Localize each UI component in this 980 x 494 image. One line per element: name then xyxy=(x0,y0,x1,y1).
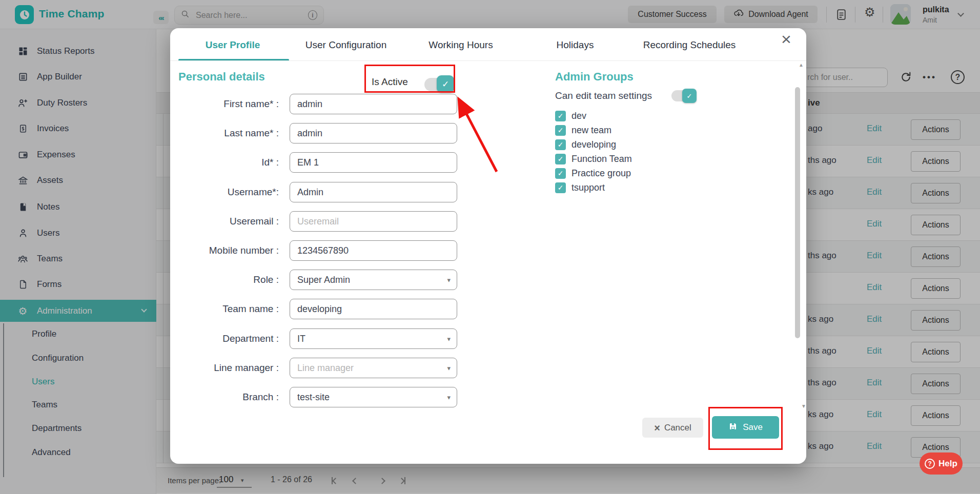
tab-user-configuration[interactable]: User Configuration xyxy=(305,39,386,51)
team-name-input[interactable] xyxy=(290,299,457,319)
group-label: new team xyxy=(571,125,611,136)
chevron-down-icon: ▾ xyxy=(447,364,451,372)
department-select[interactable]: ▾ xyxy=(290,328,457,349)
group-item-tsupport: ✓tsupport xyxy=(555,180,632,195)
form-row-username: Username*: xyxy=(178,182,465,202)
mobile-number-input[interactable] xyxy=(290,240,457,261)
group-item-dev: ✓dev xyxy=(555,109,632,123)
group-item-function-team: ✓Function Team xyxy=(555,152,632,166)
form-row-line-manager: Line manager :▾ xyxy=(178,358,465,378)
group-label: tsupport xyxy=(571,182,605,193)
scroll-down-icon[interactable]: ▼ xyxy=(801,403,806,409)
modal-scrollbar[interactable] xyxy=(795,87,800,338)
group-item-new-team: ✓new team xyxy=(555,123,632,137)
checkbox-checked-icon[interactable]: ✓ xyxy=(555,168,566,179)
form-row-mobile-number: Mobile number : xyxy=(178,240,465,261)
field-input[interactable] xyxy=(290,358,457,378)
tab-user-profile[interactable]: User Profile xyxy=(206,39,260,51)
form-row-last-name: Last name* : xyxy=(178,123,465,143)
form-row-useremail: Useremail : xyxy=(178,211,465,232)
field-input[interactable] xyxy=(290,329,457,348)
close-icon[interactable]: × xyxy=(781,30,791,48)
form-row-team-name: Team name : xyxy=(178,299,465,319)
field-label: Mobile number : xyxy=(178,245,279,256)
form-row-id: Id* : xyxy=(178,152,465,173)
field-label: Line manager : xyxy=(178,362,279,374)
form-row-branch: Branch :▾ xyxy=(178,387,465,407)
app-root: Time Champ «‹ i Customer Success Downloa… xyxy=(0,0,980,494)
help-question-icon: ? xyxy=(925,459,935,469)
checkbox-checked-icon[interactable]: ✓ xyxy=(555,154,566,164)
help-button[interactable]: ? Help xyxy=(920,452,963,475)
useremail-input[interactable] xyxy=(290,211,457,232)
group-label: Function Team xyxy=(571,154,632,164)
admin-groups-list: ✓dev✓new team✓developing✓Function Team✓P… xyxy=(555,109,632,195)
field-input[interactable] xyxy=(290,153,457,172)
admin-groups-title: Admin Groups xyxy=(555,70,634,84)
field-label: Department : xyxy=(178,333,279,344)
chevron-down-icon: ▾ xyxy=(447,276,451,284)
field-label: Id* : xyxy=(178,157,279,168)
group-item-developing: ✓developing xyxy=(555,137,632,152)
chevron-down-icon: ▾ xyxy=(447,394,451,401)
field-input[interactable] xyxy=(290,182,457,202)
scroll-up-icon[interactable]: ▲ xyxy=(799,62,804,68)
tab-holidays[interactable]: Holidays xyxy=(557,39,594,51)
form-row-role: Role :▾ xyxy=(178,270,465,290)
annotation-box-save xyxy=(708,407,783,450)
form-row-first-name: First name* : xyxy=(178,94,465,114)
field-input[interactable] xyxy=(290,123,457,143)
tabs-divider xyxy=(170,60,806,61)
role-select[interactable]: ▾ xyxy=(290,270,457,290)
first-name-input[interactable] xyxy=(290,94,457,114)
field-label: Team name : xyxy=(178,303,279,315)
toggle-check-icon: ✓ xyxy=(682,89,697,103)
field-label: Last name* : xyxy=(178,128,279,139)
id-input[interactable] xyxy=(290,152,457,173)
checkbox-checked-icon[interactable]: ✓ xyxy=(555,125,566,136)
group-label: dev xyxy=(571,111,586,121)
line-manager-select[interactable]: ▾ xyxy=(290,358,457,378)
can-edit-team-settings-label: Can edit team settings xyxy=(555,90,652,101)
field-label: Useremail : xyxy=(178,216,279,227)
checkbox-checked-icon[interactable]: ✓ xyxy=(555,111,566,121)
group-label: Practice group xyxy=(571,168,631,179)
field-label: Username*: xyxy=(178,187,279,198)
username-input[interactable] xyxy=(290,182,457,202)
can-edit-team-settings-toggle[interactable]: ✓ xyxy=(671,90,695,101)
close-icon: × xyxy=(654,423,660,433)
field-label: First name* : xyxy=(178,98,279,110)
chevron-down-icon: ▾ xyxy=(447,335,451,343)
cancel-button[interactable]: × Cancel xyxy=(642,418,703,438)
field-input[interactable] xyxy=(290,94,457,114)
checkbox-checked-icon[interactable]: ✓ xyxy=(555,182,566,193)
annotation-arrow xyxy=(436,85,513,187)
checkbox-checked-icon[interactable]: ✓ xyxy=(555,139,566,150)
field-label: Role : xyxy=(178,274,279,285)
group-item-practice-group: ✓Practice group xyxy=(555,166,632,180)
group-label: developing xyxy=(571,139,616,150)
field-input[interactable] xyxy=(290,299,457,319)
field-input[interactable] xyxy=(290,387,457,407)
tab-recording-schedules[interactable]: Recording Schedules xyxy=(643,39,736,51)
branch-select[interactable]: ▾ xyxy=(290,387,457,407)
form-row-department: Department :▾ xyxy=(178,328,465,349)
field-input[interactable] xyxy=(290,212,457,231)
last-name-input[interactable] xyxy=(290,123,457,143)
tab-working-hours[interactable]: Working Hours xyxy=(428,39,493,51)
personal-details-title: Personal details xyxy=(178,70,265,84)
field-label: Branch : xyxy=(178,392,279,403)
field-input[interactable] xyxy=(290,270,457,290)
field-input[interactable] xyxy=(290,241,457,260)
